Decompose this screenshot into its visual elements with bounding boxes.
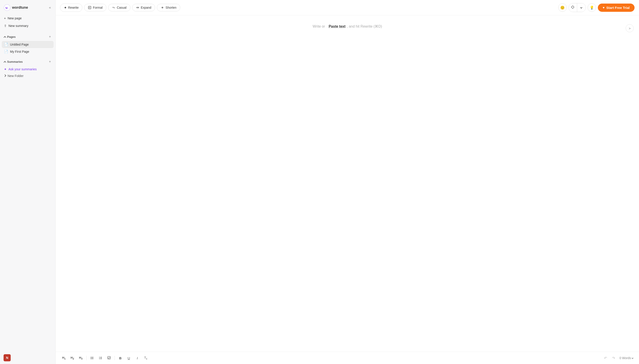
editor-placeholder: Write or Paste text , and hit Rewrite (⌘… (74, 24, 621, 28)
placeholder-text: Write or (312, 24, 325, 28)
shorten-button[interactable]: Shorten (157, 4, 180, 11)
h3-button[interactable]: H3 (77, 354, 84, 362)
start-trial-button[interactable]: ♥ Start Free Trial (598, 4, 634, 12)
shorten-label: Shorten (166, 6, 176, 9)
clear-format-icon: Tx (144, 356, 147, 360)
pages-section: Pages + 📄 Untitled Page 📄 My First Page (0, 32, 56, 56)
h1-label: H1 (62, 356, 66, 360)
summaries-section-label: Summaries (7, 60, 23, 64)
collapse-sidebar-button[interactable]: « (48, 5, 52, 10)
target-icon (571, 5, 574, 10)
toolbar-icon-group (568, 3, 586, 12)
summaries-section-header[interactable]: Summaries + (2, 58, 54, 66)
redo-button[interactable]: ↷ (610, 355, 617, 361)
add-page-button[interactable]: + (48, 34, 52, 39)
user-avatar[interactable]: N (4, 354, 11, 361)
bullet-list-icon (90, 356, 94, 360)
summaries-section: Summaries + ✦ Ask your summaries New Fol… (0, 56, 56, 80)
formal-icon (88, 6, 92, 9)
pages-section-header[interactable]: Pages + (2, 33, 54, 40)
summaries-list: ✦ Ask your summaries New Folder (2, 66, 54, 79)
placeholder-suffix: , and hit Rewrite (⌘D) (347, 24, 382, 28)
ordered-list-button[interactable]: 1. 2. 3. (97, 354, 104, 362)
word-count-button[interactable]: 0 Words (618, 355, 634, 361)
wordtune-logo: w wordtune (4, 4, 28, 11)
svg-point-11 (91, 358, 92, 359)
undo-button[interactable]: ↶ (602, 355, 609, 361)
formal-button[interactable]: Formal (84, 4, 106, 11)
send-button[interactable]: ➤ (626, 24, 634, 32)
toolbar-right: 🙂 (558, 3, 634, 12)
format-divider-2 (114, 356, 115, 360)
new-page-label: New page (8, 16, 22, 20)
pages-list: 📄 Untitled Page 📄 My First Page (2, 41, 54, 55)
rewrite-label: Rewrite (68, 6, 78, 9)
checkbox-icon (107, 356, 111, 360)
pages-section-label: Pages (7, 35, 16, 38)
expand-label: Expand (141, 6, 151, 9)
add-summary-button[interactable]: + (48, 59, 52, 64)
shorten-icon (161, 6, 164, 9)
pages-section-title-area: Pages (4, 35, 16, 38)
h3-label: H3 (79, 356, 82, 360)
target-icon-button[interactable] (569, 3, 577, 12)
new-summary-label: New summary (8, 24, 28, 28)
chevron-down-button[interactable] (577, 3, 586, 12)
new-summary-button[interactable]: ⇧ New summary (2, 22, 54, 29)
svg-text:w: w (5, 6, 8, 10)
new-folder-item[interactable]: New Folder (2, 72, 54, 79)
word-count-area: ↶ ↷ 0 Words (602, 355, 634, 361)
underline-button[interactable]: U (125, 354, 132, 362)
my-first-page-label: My First Page (10, 50, 29, 54)
chevron-right-icon (4, 74, 6, 78)
sidebar-header: w wordtune « (0, 0, 56, 14)
logo-text: wordtune (12, 6, 28, 10)
svg-point-4 (572, 6, 574, 8)
ask-summaries-button[interactable]: ✦ Ask your summaries (2, 66, 54, 72)
start-trial-label: Start Free Trial (606, 6, 630, 10)
chevron-down-icon (4, 35, 6, 38)
formatting-bar: H1 H2 H3 1. (56, 352, 639, 364)
collapse-icon: « (49, 6, 51, 10)
svg-point-10 (91, 358, 92, 358)
bold-label: B (119, 356, 122, 360)
casual-icon (112, 6, 116, 9)
ordered-list-icon: 1. 2. 3. (99, 356, 102, 360)
checkbox-button[interactable] (105, 354, 113, 362)
ask-summaries-label: Ask your summaries (8, 68, 37, 71)
rewrite-icon: ✦ (64, 6, 67, 10)
new-page-button[interactable]: + New page (2, 15, 54, 22)
editor-area[interactable]: Write or Paste text , and hit Rewrite (⌘… (56, 15, 639, 352)
redo-icon: ↷ (612, 356, 615, 360)
logo-icon: w (4, 4, 11, 11)
bold-button[interactable]: B (116, 354, 124, 362)
casual-button[interactable]: Casual (108, 4, 130, 11)
sidebar-item-untitled-page[interactable]: 📄 Untitled Page (2, 41, 54, 48)
format-divider-1 (86, 356, 86, 360)
sidebar-item-my-first-page[interactable]: 📄 My First Page (2, 48, 54, 55)
light-bulb-button[interactable]: 💡 (588, 3, 596, 12)
emoji-icon: 🙂 (560, 6, 565, 10)
chevron-down-icon-summaries (4, 60, 6, 64)
heart-icon: ♥ (603, 6, 604, 9)
sidebar: w wordtune « + New page ⇧ New summary Pa… (0, 0, 56, 364)
svg-point-9 (91, 357, 92, 357)
h2-button[interactable]: H2 (68, 354, 76, 362)
italic-button[interactable]: I (134, 354, 141, 362)
sidebar-footer: N (0, 352, 56, 364)
undo-icon: ↶ (604, 356, 607, 360)
clear-format-button[interactable]: Tx (142, 354, 150, 362)
new-folder-label: New Folder (8, 74, 24, 78)
h1-button[interactable]: H1 (60, 354, 68, 362)
svg-text:3.: 3. (99, 358, 100, 360)
light-bulb-icon: 💡 (590, 6, 594, 10)
ai-features-button[interactable]: 🙂 (558, 3, 567, 12)
main-content: ✦ Rewrite Formal Casual (56, 0, 639, 364)
casual-label: Casual (117, 6, 126, 9)
h2-label: H2 (70, 356, 74, 360)
bullet-list-button[interactable] (88, 354, 96, 362)
expand-button[interactable]: Expand (132, 4, 155, 11)
rewrite-button[interactable]: ✦ Rewrite (60, 4, 82, 12)
paste-text-button[interactable]: Paste text (328, 24, 346, 28)
word-count-label: 0 Words (620, 356, 631, 360)
